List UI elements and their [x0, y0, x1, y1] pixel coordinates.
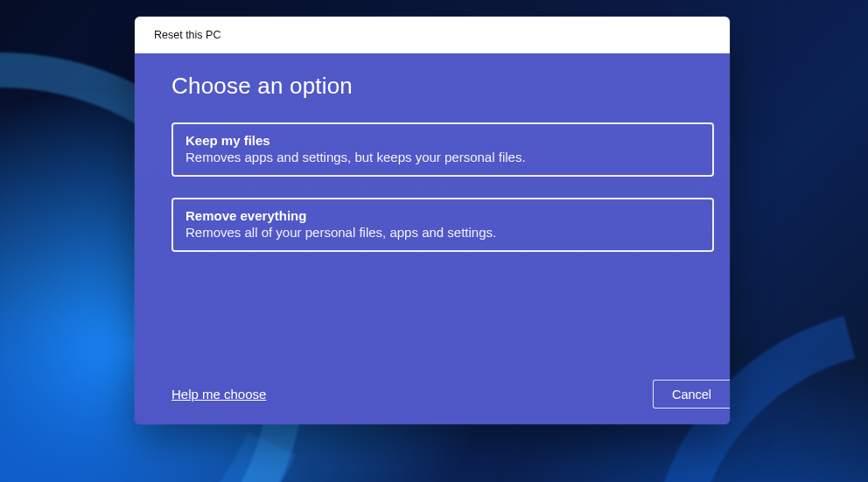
- dialog-heading: Choose an option: [172, 73, 693, 100]
- reset-pc-dialog: Reset this PC Choose an option Keep my f…: [135, 17, 730, 424]
- option-keep-my-files[interactable]: Keep my files Removes apps and settings,…: [172, 122, 714, 177]
- dialog-title: Reset this PC: [154, 29, 220, 41]
- option-remove-everything[interactable]: Remove everything Removes all of your pe…: [172, 198, 714, 252]
- dialog-titlebar: Reset this PC: [135, 17, 730, 53]
- cancel-button[interactable]: Cancel: [653, 380, 730, 409]
- dialog-footer: Help me choose Cancel: [172, 380, 730, 409]
- option-title: Keep my files: [186, 133, 700, 148]
- help-me-choose-link[interactable]: Help me choose: [172, 387, 266, 402]
- option-description: Removes apps and settings, but keeps you…: [186, 150, 700, 164]
- dialog-content: Choose an option Keep my files Removes a…: [135, 53, 730, 424]
- option-description: Removes all of your personal files, apps…: [186, 225, 700, 240]
- option-title: Remove everything: [186, 208, 700, 223]
